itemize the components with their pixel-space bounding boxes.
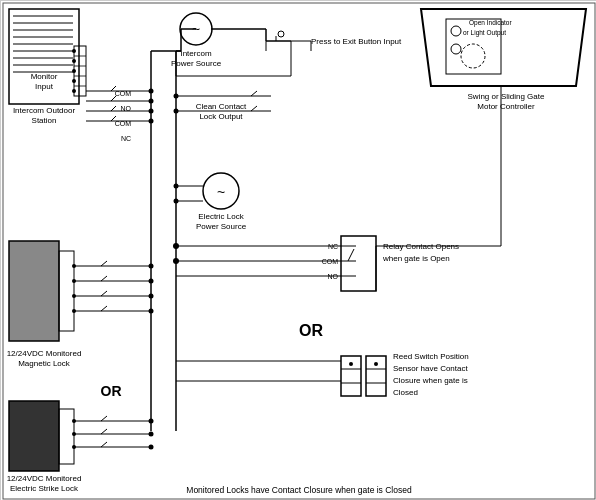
svg-point-108 — [173, 258, 179, 264]
svg-point-21 — [72, 89, 76, 93]
svg-point-118 — [349, 362, 353, 366]
svg-point-148 — [149, 294, 154, 299]
svg-point-144 — [174, 184, 179, 189]
svg-text:12/24VDC Monitored: 12/24VDC Monitored — [7, 349, 82, 358]
svg-text:OR: OR — [101, 383, 122, 399]
svg-point-139 — [149, 99, 154, 104]
svg-text:Swing or Sliding Gate: Swing or Sliding Gate — [468, 92, 545, 101]
svg-point-19 — [72, 69, 76, 73]
svg-text:Monitored Locks have Contact C: Monitored Locks have Contact Closure whe… — [186, 485, 412, 495]
svg-point-17 — [72, 49, 76, 53]
svg-point-140 — [149, 109, 154, 114]
svg-text:Closure when gate is: Closure when gate is — [393, 376, 468, 385]
svg-text:Clean Contact: Clean Contact — [196, 102, 247, 111]
svg-point-141 — [149, 119, 154, 124]
svg-text:Intercom: Intercom — [180, 49, 211, 58]
svg-text:OR: OR — [299, 322, 323, 339]
svg-text:when gate is Open: when gate is Open — [382, 254, 450, 263]
svg-rect-0 — [1, 1, 596, 500]
svg-text:Station: Station — [32, 116, 57, 125]
svg-point-152 — [149, 445, 154, 450]
svg-text:NC: NC — [121, 135, 131, 142]
svg-text:Power Source: Power Source — [171, 59, 222, 68]
svg-text:Electric Lock: Electric Lock — [198, 212, 244, 221]
svg-text:Motor Controller: Motor Controller — [477, 102, 535, 111]
svg-point-107 — [173, 243, 179, 249]
svg-text:Lock Output: Lock Output — [199, 112, 243, 121]
svg-text:Power Source: Power Source — [196, 222, 247, 231]
svg-point-149 — [149, 309, 154, 314]
svg-text:Open Indicator: Open Indicator — [469, 19, 512, 27]
svg-point-20 — [72, 79, 76, 83]
svg-text:Closed: Closed — [393, 388, 418, 397]
svg-text:12/24VDC Monitored: 12/24VDC Monitored — [7, 474, 82, 483]
svg-point-18 — [72, 59, 76, 63]
svg-text:Monitor: Monitor — [31, 72, 58, 81]
svg-point-150 — [149, 419, 154, 424]
svg-rect-83 — [9, 401, 59, 471]
svg-text:Intercom Outdoor: Intercom Outdoor — [13, 106, 76, 115]
svg-rect-66 — [9, 241, 59, 341]
svg-text:Reed Switch Position: Reed Switch Position — [393, 352, 469, 361]
svg-text:Sensor have Contact: Sensor have Contact — [393, 364, 468, 373]
svg-point-145 — [174, 199, 179, 204]
svg-point-119 — [374, 362, 378, 366]
svg-text:Electric Strike Lock: Electric Strike Lock — [10, 484, 79, 493]
svg-point-142 — [174, 94, 179, 99]
svg-text:~: ~ — [217, 184, 225, 200]
svg-text:Magnetic Lock: Magnetic Lock — [18, 359, 71, 368]
svg-text:Press to Exit Button Input: Press to Exit Button Input — [311, 37, 402, 46]
svg-point-146 — [149, 264, 154, 269]
svg-point-147 — [149, 279, 154, 284]
svg-text:Input: Input — [35, 82, 54, 91]
svg-point-151 — [149, 432, 154, 437]
svg-text:or Light Output: or Light Output — [463, 29, 506, 37]
svg-point-138 — [149, 89, 154, 94]
wiring-diagram: Monitor Input Intercom Outdoor Station ~… — [0, 0, 596, 500]
svg-point-143 — [174, 109, 179, 114]
